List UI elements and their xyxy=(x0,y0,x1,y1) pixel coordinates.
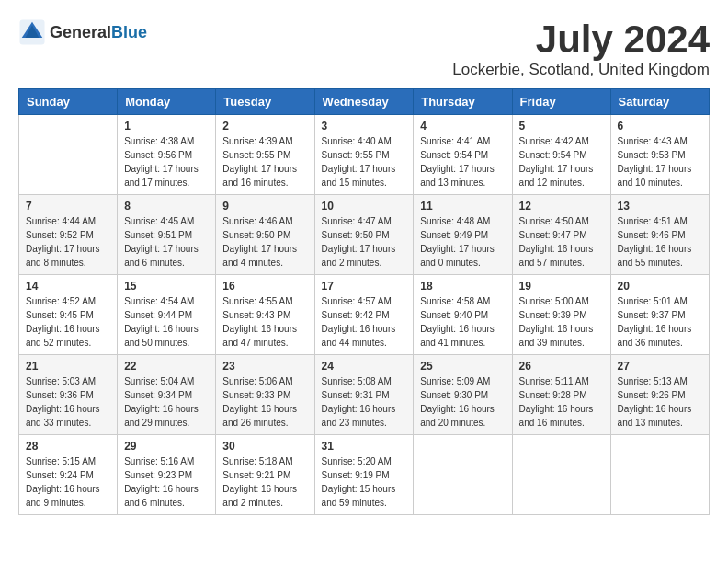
daylight-text: Daylight: 16 hours and 33 minutes. xyxy=(26,404,100,428)
day-number: 24 xyxy=(322,360,407,373)
calendar-cell: 13 Sunrise: 4:51 AM Sunset: 9:46 PM Dayl… xyxy=(610,195,709,275)
day-number: 25 xyxy=(420,360,505,373)
calendar-cell: 6 Sunrise: 4:43 AM Sunset: 9:53 PM Dayli… xyxy=(610,115,709,195)
day-info: Sunrise: 4:40 AM Sunset: 9:55 PM Dayligh… xyxy=(322,134,407,190)
day-info: Sunrise: 4:58 AM Sunset: 9:40 PM Dayligh… xyxy=(420,294,505,350)
sunrise-text: Sunrise: 4:54 AM xyxy=(124,296,194,306)
weekday-header: Saturday xyxy=(610,89,709,115)
calendar-cell: 25 Sunrise: 5:09 AM Sunset: 9:30 PM Dayl… xyxy=(414,355,512,435)
daylight-text: Daylight: 16 hours and 6 minutes. xyxy=(124,484,199,508)
day-number: 16 xyxy=(222,280,307,293)
day-info: Sunrise: 5:01 AM Sunset: 9:37 PM Dayligh… xyxy=(618,294,702,350)
sunrise-text: Sunrise: 5:01 AM xyxy=(618,296,688,306)
sunrise-text: Sunrise: 4:42 AM xyxy=(519,136,589,146)
day-info: Sunrise: 5:08 AM Sunset: 9:31 PM Dayligh… xyxy=(322,374,407,430)
daylight-text: Daylight: 17 hours and 17 minutes. xyxy=(124,164,199,188)
sunrise-text: Sunrise: 5:09 AM xyxy=(420,376,490,386)
weekday-header: Friday xyxy=(512,89,610,115)
calendar-cell: 22 Sunrise: 5:04 AM Sunset: 9:34 PM Dayl… xyxy=(118,355,216,435)
daylight-text: Daylight: 16 hours and 44 minutes. xyxy=(322,324,396,348)
day-number: 31 xyxy=(322,440,407,453)
sunset-text: Sunset: 9:55 PM xyxy=(322,150,390,160)
sunset-text: Sunset: 9:40 PM xyxy=(420,310,488,320)
day-number: 15 xyxy=(124,280,209,293)
day-info: Sunrise: 4:57 AM Sunset: 9:42 PM Dayligh… xyxy=(322,294,407,350)
day-number: 1 xyxy=(124,120,209,132)
daylight-text: Daylight: 16 hours and 20 minutes. xyxy=(420,404,495,428)
sunrise-text: Sunrise: 4:40 AM xyxy=(322,136,392,146)
day-info: Sunrise: 4:45 AM Sunset: 9:51 PM Dayligh… xyxy=(124,214,209,270)
day-number: 26 xyxy=(519,360,604,373)
day-number: 14 xyxy=(26,280,110,293)
calendar-cell: 28 Sunrise: 5:15 AM Sunset: 9:24 PM Dayl… xyxy=(19,435,118,515)
location-subtitle: Lockerbie, Scotland, United Kingdom xyxy=(452,61,710,79)
weekday-header: Thursday xyxy=(414,89,512,115)
daylight-text: Daylight: 17 hours and 13 minutes. xyxy=(420,164,495,188)
calendar-cell: 19 Sunrise: 5:00 AM Sunset: 9:39 PM Dayl… xyxy=(512,275,610,355)
calendar-cell: 7 Sunrise: 4:44 AM Sunset: 9:52 PM Dayli… xyxy=(19,195,118,275)
calendar-cell: 23 Sunrise: 5:06 AM Sunset: 9:33 PM Dayl… xyxy=(216,355,314,435)
daylight-text: Daylight: 17 hours and 12 minutes. xyxy=(519,164,594,188)
calendar-cell: 27 Sunrise: 5:13 AM Sunset: 9:26 PM Dayl… xyxy=(610,355,709,435)
sunset-text: Sunset: 9:23 PM xyxy=(124,470,192,480)
daylight-text: Daylight: 16 hours and 57 minutes. xyxy=(519,244,594,268)
day-info: Sunrise: 5:00 AM Sunset: 9:39 PM Dayligh… xyxy=(519,294,604,350)
day-info: Sunrise: 4:52 AM Sunset: 9:45 PM Dayligh… xyxy=(26,294,110,350)
calendar-cell: 4 Sunrise: 4:41 AM Sunset: 9:54 PM Dayli… xyxy=(414,115,512,195)
day-info: Sunrise: 5:06 AM Sunset: 9:33 PM Dayligh… xyxy=(222,374,307,430)
sunset-text: Sunset: 9:54 PM xyxy=(519,150,587,160)
weekday-header: Tuesday xyxy=(216,89,314,115)
daylight-text: Daylight: 17 hours and 6 minutes. xyxy=(124,244,199,268)
sunrise-text: Sunrise: 4:58 AM xyxy=(420,296,490,306)
sunrise-text: Sunrise: 4:38 AM xyxy=(124,136,194,146)
sunset-text: Sunset: 9:34 PM xyxy=(124,390,192,400)
calendar-cell: 3 Sunrise: 4:40 AM Sunset: 9:55 PM Dayli… xyxy=(314,115,414,195)
day-number: 27 xyxy=(618,360,702,373)
weekday-header: Monday xyxy=(118,89,216,115)
day-number: 5 xyxy=(519,120,604,132)
daylight-text: Daylight: 16 hours and 39 minutes. xyxy=(519,324,594,348)
calendar-cell: 11 Sunrise: 4:48 AM Sunset: 9:49 PM Dayl… xyxy=(414,195,512,275)
calendar-cell: 12 Sunrise: 4:50 AM Sunset: 9:47 PM Dayl… xyxy=(512,195,610,275)
day-number: 2 xyxy=(222,120,307,132)
weekday-header-row: SundayMondayTuesdayWednesdayThursdayFrid… xyxy=(19,89,710,115)
sunset-text: Sunset: 9:51 PM xyxy=(124,230,192,240)
calendar-cell: 5 Sunrise: 4:42 AM Sunset: 9:54 PM Dayli… xyxy=(512,115,610,195)
day-info: Sunrise: 4:47 AM Sunset: 9:50 PM Dayligh… xyxy=(322,214,407,270)
sunrise-text: Sunrise: 5:04 AM xyxy=(124,376,194,386)
daylight-text: Daylight: 17 hours and 16 minutes. xyxy=(222,164,297,188)
day-number: 13 xyxy=(618,200,702,213)
sunset-text: Sunset: 9:56 PM xyxy=(124,150,192,160)
sunrise-text: Sunrise: 4:45 AM xyxy=(124,216,194,226)
sunrise-text: Sunrise: 5:06 AM xyxy=(222,376,292,386)
daylight-text: Daylight: 16 hours and 50 minutes. xyxy=(124,324,199,348)
day-number: 4 xyxy=(420,120,505,132)
day-info: Sunrise: 5:13 AM Sunset: 9:26 PM Dayligh… xyxy=(618,374,702,430)
sunset-text: Sunset: 9:19 PM xyxy=(322,470,390,480)
daylight-text: Daylight: 16 hours and 9 minutes. xyxy=(26,484,100,508)
calendar-cell: 30 Sunrise: 5:18 AM Sunset: 9:21 PM Dayl… xyxy=(216,435,314,515)
sunset-text: Sunset: 9:52 PM xyxy=(26,230,94,240)
sunset-text: Sunset: 9:47 PM xyxy=(519,230,587,240)
day-number: 3 xyxy=(322,120,407,132)
page-header: General Blue July 2024 Lockerbie, Scotla… xyxy=(18,18,710,79)
sunrise-text: Sunrise: 4:43 AM xyxy=(618,136,688,146)
sunrise-text: Sunrise: 5:20 AM xyxy=(322,456,392,466)
sunrise-text: Sunrise: 5:00 AM xyxy=(519,296,589,306)
day-number: 8 xyxy=(124,200,209,213)
day-number: 10 xyxy=(322,200,407,213)
calendar-cell xyxy=(19,115,118,195)
sunset-text: Sunset: 9:53 PM xyxy=(618,150,686,160)
day-number: 7 xyxy=(26,200,110,213)
day-info: Sunrise: 5:20 AM Sunset: 9:19 PM Dayligh… xyxy=(322,454,407,510)
weekday-header: Wednesday xyxy=(314,89,414,115)
daylight-text: Daylight: 16 hours and 26 minutes. xyxy=(222,404,297,428)
daylight-text: Daylight: 16 hours and 55 minutes. xyxy=(618,244,692,268)
day-number: 22 xyxy=(124,360,209,373)
sunrise-text: Sunrise: 4:44 AM xyxy=(26,216,96,226)
calendar-week-row: 1 Sunrise: 4:38 AM Sunset: 9:56 PM Dayli… xyxy=(19,115,710,195)
day-number: 11 xyxy=(420,200,505,213)
day-number: 21 xyxy=(26,360,110,373)
sunrise-text: Sunrise: 4:57 AM xyxy=(322,296,392,306)
sunset-text: Sunset: 9:43 PM xyxy=(222,310,290,320)
